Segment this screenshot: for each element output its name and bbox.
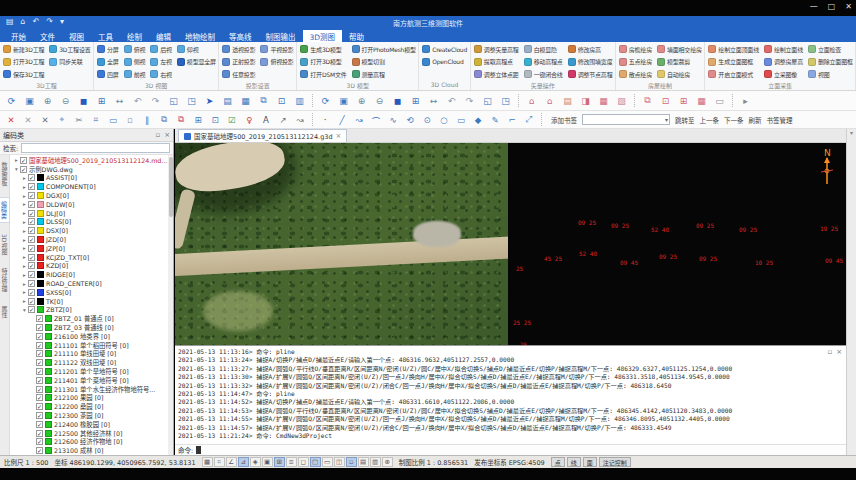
tree-row[interactable]: ✓211201 单个旱地符号 [0] bbox=[11, 367, 173, 376]
tree-row[interactable]: ✓211110 单线田埂 [0] bbox=[11, 350, 173, 359]
ribbon-button-立采图像[interactable]: 立采图像 bbox=[763, 68, 804, 81]
zoom-out-3d-icon[interactable]: ⊖ bbox=[372, 93, 387, 108]
tree-row[interactable]: ▸✓DLSS[0] bbox=[11, 218, 173, 227]
tree-row[interactable]: ▸✓DGX[0] bbox=[11, 191, 173, 200]
tree-expand-icon[interactable]: ▸ bbox=[21, 298, 28, 304]
snap-angle-toggle[interactable]: ∠ bbox=[226, 457, 237, 467]
zoom-in-icon[interactable]: ⊕ bbox=[40, 93, 55, 108]
ribbon-button-分屏[interactable]: 分屏 bbox=[96, 43, 120, 56]
measure-tool-icon[interactable]: ⤢ bbox=[522, 113, 536, 127]
ribbon-button-左视[interactable]: 左视 bbox=[149, 56, 173, 69]
save-view-icon[interactable]: ▤ bbox=[220, 93, 235, 108]
ribbon-button-五点绘房[interactable]: 五点绘房 bbox=[618, 56, 653, 69]
object-snap-toggle[interactable]: ◈ bbox=[250, 457, 261, 467]
command-prompt[interactable]: 命令: bbox=[175, 444, 846, 455]
confirm-icon[interactable]: ☑ bbox=[225, 113, 239, 127]
refresh-bookmark-button[interactable]: 刷新 bbox=[749, 115, 762, 125]
ribbon-button-测量高程[interactable]: 测量高程 bbox=[351, 68, 417, 81]
ribbon-button-房檐绘房[interactable]: 房檐绘房 bbox=[618, 43, 653, 56]
full-extent-icon[interactable]: ◼ bbox=[76, 93, 91, 108]
ortho-mode-toggle[interactable]: ⊿ bbox=[238, 457, 249, 467]
tree-row[interactable]: ✓212200 桑园 [0] bbox=[11, 402, 173, 411]
ribbon-button-一键闭合线[interactable]: 一键闭合线 bbox=[523, 68, 564, 81]
tree-expand-icon[interactable]: ▸ bbox=[21, 184, 28, 190]
layer-visibility-checkbox[interactable]: ✓ bbox=[28, 192, 35, 199]
add-bookmark-button[interactable]: 添加书签 bbox=[551, 115, 577, 125]
pin-icon[interactable]: ▫ bbox=[155, 131, 160, 139]
layer-visibility-checkbox[interactable]: ✓ bbox=[28, 298, 35, 305]
menu-tab-3D测图[interactable]: 3D测图 bbox=[303, 30, 343, 42]
ribbon-button-调整房屋高[interactable]: 调整房屋高 bbox=[763, 56, 804, 69]
ribbon-button-打开PhotoMesh模型[interactable]: 打开PhotoMesh模型 bbox=[351, 43, 417, 56]
paste-view-icon[interactable]: ⊡ bbox=[274, 93, 289, 108]
menu-tab-制图输出[interactable]: 制图输出 bbox=[259, 30, 303, 42]
zoom-previous-icon[interactable]: ◳ bbox=[184, 93, 199, 108]
delete-node-icon[interactable]: ✕ bbox=[4, 113, 18, 127]
tree-row[interactable]: ▸✓KZD[0] bbox=[11, 262, 173, 271]
ribbon-button-全屏[interactable]: 全屏 bbox=[96, 56, 120, 69]
ribbon-button-修改围墙宽度[interactable]: 修改围墙宽度 bbox=[567, 56, 614, 69]
ribbon-button-调整节点高程[interactable]: 调整节点高程 bbox=[567, 68, 614, 81]
layer-visibility-checkbox[interactable]: ✓ bbox=[20, 157, 27, 164]
zoom-prev-3d-icon[interactable]: ◳ bbox=[498, 93, 513, 108]
tree-row[interactable]: ▸✓JZD[0] bbox=[11, 235, 173, 244]
close-panel-icon[interactable]: × bbox=[164, 131, 170, 139]
layer-visibility-checkbox[interactable]: ✓ bbox=[36, 438, 43, 445]
ribbon-button-透视投影[interactable]: 透视投影 bbox=[221, 43, 256, 56]
document-tab[interactable]: 国家基础地理500_2019_210513112124.g3d × bbox=[178, 129, 347, 142]
menu-tab-开始[interactable]: 开始 bbox=[4, 30, 33, 42]
point-tool-icon[interactable]: · bbox=[318, 113, 332, 127]
tree-row[interactable]: ▸✓SXSS[0] bbox=[11, 288, 173, 297]
vertical-tab-数据面板[interactable]: 数据面板 bbox=[0, 159, 9, 189]
menu-tab-视图[interactable]: 视图 bbox=[62, 30, 91, 42]
ribbon-button-保存3D工程[interactable]: 保存3D工程 bbox=[2, 68, 45, 81]
tree-row[interactable]: ✓212600 经济作物地 [0] bbox=[11, 438, 173, 447]
ribbon-button-开启立面模式[interactable]: 开启立面模式 bbox=[707, 68, 760, 81]
tree-row[interactable]: ✓213100 成林 [0] bbox=[11, 446, 173, 455]
ribbon-button-平视投影[interactable]: 平视投影 bbox=[259, 43, 294, 56]
pan-3d-icon[interactable]: ↔ bbox=[426, 93, 441, 108]
ribbon-button-墙面相交绘房[interactable]: 墙面相交绘房 bbox=[656, 43, 703, 56]
ribbon-button-俯视[interactable]: 俯视 bbox=[123, 43, 147, 56]
tree-expand-icon[interactable]: ▸ bbox=[21, 175, 28, 181]
tree-row[interactable]: ▸✓DLDW[0] bbox=[11, 200, 173, 209]
rect-dashed-icon[interactable]: ▫ bbox=[123, 113, 137, 127]
tree-expand-icon[interactable]: ▸ bbox=[21, 254, 28, 260]
status-button-线[interactable]: 线 bbox=[567, 457, 581, 467]
circle-center-tool-icon[interactable]: ⊙ bbox=[420, 113, 434, 127]
array-tool-icon[interactable]: ⊞ bbox=[191, 113, 205, 127]
zoom-window-3d-icon[interactable]: ◱ bbox=[480, 93, 495, 108]
ribbon-button-模型显全屏[interactable]: 模型显全屏 bbox=[176, 56, 217, 69]
jump-to-button[interactable]: 跳转至 bbox=[675, 115, 695, 125]
close-panel-icon[interactable]: × bbox=[836, 348, 842, 356]
layer-visibility-checkbox[interactable]: ✓ bbox=[28, 210, 35, 217]
tree-expand-icon[interactable]: ▸ bbox=[21, 263, 28, 269]
tree-row[interactable]: ▸✓ASSIST[0] bbox=[11, 174, 173, 183]
ribbon-button-自动绘房[interactable]: 自动绘房 bbox=[656, 68, 703, 81]
split-screen-icon[interactable]: ⊞ bbox=[94, 93, 109, 108]
snap-mid-toggle[interactable]: ◻ bbox=[298, 457, 309, 467]
snap-node-toggle[interactable]: ⌗ bbox=[214, 457, 225, 467]
remove-point-icon[interactable]: ✕ bbox=[21, 113, 35, 127]
layer-visibility-checkbox[interactable]: ✓ bbox=[28, 254, 35, 261]
full-extent-3d-icon[interactable]: ◼ bbox=[390, 93, 405, 108]
ribbon-button-前视[interactable]: 前视 bbox=[123, 68, 147, 81]
close-button[interactable]: ✕ bbox=[845, 2, 852, 11]
layer-visibility-checkbox[interactable]: ✓ bbox=[36, 368, 43, 375]
tree-expand-icon[interactable]: ▸ bbox=[21, 193, 28, 199]
rectangle-tool-icon[interactable]: ▭ bbox=[454, 113, 468, 127]
tree-row[interactable]: ▾✓ZBTZ[0] bbox=[11, 306, 173, 315]
polygon-tool-icon[interactable]: ◆ bbox=[471, 113, 485, 127]
tree-row[interactable]: ▸✓COMPONENT[0] bbox=[11, 182, 173, 191]
tree-row[interactable]: ✓212300 茶园 [0] bbox=[11, 411, 173, 420]
layer-visibility-checkbox[interactable]: ✓ bbox=[28, 271, 35, 278]
ribbon-button-后视[interactable]: 后视 bbox=[149, 43, 173, 56]
vertical-tab-特征管理[interactable]: 特征管理 bbox=[0, 265, 9, 295]
tree-expand-icon[interactable]: ▸ bbox=[21, 210, 28, 216]
menu-tab-编辑[interactable]: 编辑 bbox=[149, 30, 178, 42]
layer-visibility-checkbox[interactable]: ✓ bbox=[36, 359, 43, 366]
ribbon-button-修改房高[interactable]: 修改房高 bbox=[567, 43, 614, 56]
ribbon-button-OpenCloud[interactable]: OpenCloud bbox=[421, 56, 468, 69]
transparency-toggle[interactable]: ▤ bbox=[358, 457, 369, 467]
vertical-tab-3D视图[interactable]: 3D视图 bbox=[0, 231, 9, 257]
